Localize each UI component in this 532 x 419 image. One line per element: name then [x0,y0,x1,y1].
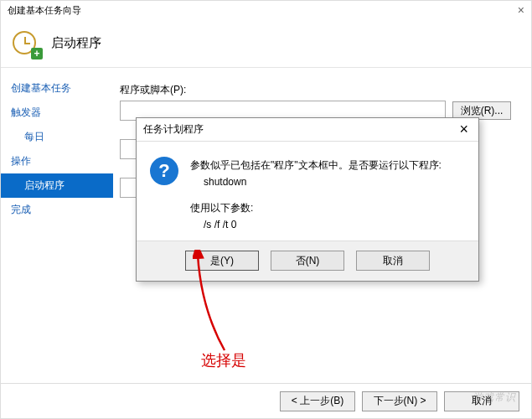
dialog-cancel-button[interactable]: 取消 [356,251,430,271]
next-button[interactable]: 下一步(N) > [362,391,437,411]
close-icon[interactable]: × [518,3,524,17]
dialog-params: /s /f /t 0 [190,216,442,233]
wizard-header: + 启动程序 [1,19,531,68]
watermark: 游戏常识 [473,391,516,405]
sidebar-item-daily[interactable]: 每日 [1,125,113,149]
dialog-line1: 参数似乎已包括在"程序"文本框中。是否要运行以下程序: [190,157,442,173]
confirm-dialog: 任务计划程序 × ? 参数似乎已包括在"程序"文本框中。是否要运行以下程序: s… [136,117,479,282]
dialog-line2: 使用以下参数: [190,199,442,216]
yes-button[interactable]: 是(Y) [185,251,259,271]
wizard-sidebar: 创建基本任务 触发器 每日 操作 启动程序 完成 [1,68,113,386]
dialog-program: shutdown [190,173,442,190]
wizard-titlebar: 创建基本任务向导 × [1,1,531,19]
wizard-footer: < 上一步(B) 下一步(N) > 取消 [1,383,531,418]
sidebar-item-finish[interactable]: 完成 [1,198,113,222]
dialog-titlebar: 任务计划程序 × [137,118,478,142]
question-icon: ? [150,157,178,185]
sidebar-item-action[interactable]: 操作 [1,149,113,173]
dialog-title: 任务计划程序 [143,122,204,137]
dialog-close-icon[interactable]: × [456,121,472,138]
sidebar-item-create[interactable]: 创建基本任务 [1,76,113,101]
scheduler-icon: + [13,29,41,58]
wizard-window-title: 创建基本任务向导 [8,4,81,17]
dialog-body: ? 参数似乎已包括在"程序"文本框中。是否要运行以下程序: shutdown 使… [137,142,478,241]
wizard-page-title: 启动程序 [51,35,101,51]
sidebar-item-start-program[interactable]: 启动程序 [1,173,113,198]
back-button[interactable]: < 上一步(B) [280,391,355,411]
dialog-footer: 是(Y) 否(N) 取消 [137,241,478,281]
sidebar-item-trigger[interactable]: 触发器 [1,101,113,125]
dialog-message: 参数似乎已包括在"程序"文本框中。是否要运行以下程序: shutdown 使用以… [190,157,442,234]
no-button[interactable]: 否(N) [271,251,344,271]
annotation-text: 选择是 [201,350,246,370]
program-script-label: 程序或脚本(P): [120,83,511,97]
